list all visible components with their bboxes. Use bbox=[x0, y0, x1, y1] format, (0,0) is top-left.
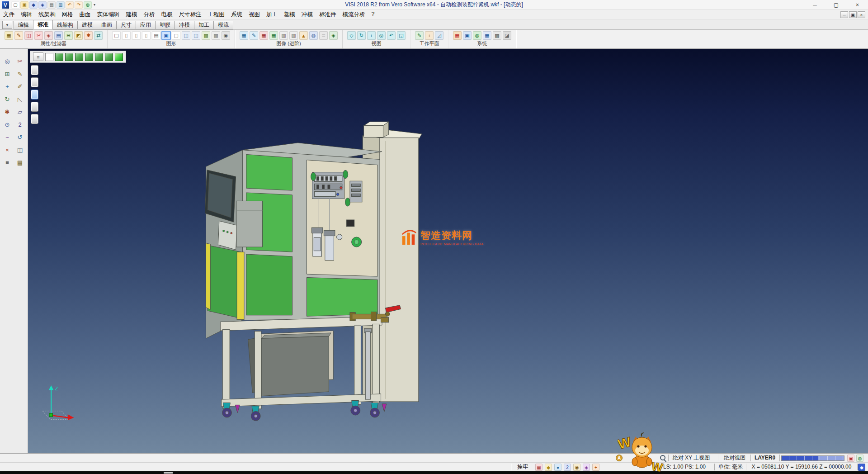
magnet-filter-icon[interactable]: ◈ bbox=[44, 31, 53, 40]
camera-view-icon[interactable]: ◉ bbox=[222, 31, 230, 40]
menu-item[interactable]: 加工 bbox=[263, 11, 281, 19]
close-button[interactable]: × bbox=[847, 0, 868, 9]
film-strip-icon[interactable]: ▥ bbox=[279, 31, 288, 40]
menu-item[interactable]: 标准件 bbox=[316, 11, 340, 19]
pan-view-icon[interactable]: + bbox=[367, 31, 376, 40]
page-view-icon[interactable]: ▯ bbox=[122, 31, 131, 40]
menu-item[interactable]: 工程图 bbox=[205, 11, 228, 19]
menu-item[interactable]: 建模 bbox=[123, 11, 141, 19]
active-layer-label[interactable]: LAYER0 bbox=[751, 454, 778, 463]
quick-access-caret[interactable]: ▾ bbox=[92, 3, 97, 7]
pattern-icon[interactable]: ▩ bbox=[493, 31, 501, 40]
new-doc-icon[interactable]: ▢ bbox=[11, 1, 19, 9]
mirror-icon[interactable]: ◫ bbox=[14, 145, 25, 155]
attribute-edit-icon[interactable]: ✎ bbox=[14, 31, 23, 40]
clipboard-icon[interactable]: ▤ bbox=[14, 157, 25, 168]
layer-color-icon[interactable]: ▣ bbox=[847, 455, 854, 462]
absolute-view-label[interactable]: 绝对视图 bbox=[720, 454, 750, 463]
image-flag-icon[interactable]: ▲ bbox=[299, 31, 308, 40]
mdi-close-button[interactable]: × bbox=[858, 11, 865, 18]
tab-surface[interactable]: 曲面 bbox=[97, 21, 117, 29]
zoom-scale-bar[interactable] bbox=[781, 455, 844, 461]
fit-view-icon[interactable]: ◱ bbox=[397, 31, 406, 40]
plane-stack-3[interactable] bbox=[31, 90, 38, 100]
material-icon[interactable]: ◪ bbox=[503, 31, 511, 40]
snap-grid-icon[interactable]: ▦ bbox=[535, 464, 542, 471]
new-view-icon[interactable]: ▢ bbox=[112, 31, 121, 40]
monitor-icon[interactable]: ▣ bbox=[463, 31, 472, 40]
tab-flow[interactable]: 模流 bbox=[213, 21, 233, 29]
ucs-cube-icon[interactable]: ◈ bbox=[583, 464, 590, 471]
attributes-table-icon[interactable]: ▦ bbox=[5, 31, 13, 40]
point-icon[interactable]: ⊙ bbox=[2, 119, 13, 130]
layer-filter-icon[interactable]: ▤ bbox=[54, 31, 63, 40]
table-grid-icon[interactable]: ▦ bbox=[483, 31, 491, 40]
page-view-3-icon[interactable]: ▯ bbox=[142, 31, 151, 40]
snap-end-icon[interactable]: ◆ bbox=[545, 464, 552, 471]
snap-node-icon[interactable]: ◉ bbox=[573, 464, 580, 471]
panel-menu-icon[interactable]: ≡ bbox=[33, 52, 43, 61]
tab-dimension[interactable]: 尺寸 bbox=[116, 21, 136, 29]
image-layers-icon[interactable]: ≣ bbox=[319, 31, 328, 40]
tab-modeling[interactable]: 建模 bbox=[77, 21, 97, 29]
menu-item[interactable]: 系统 bbox=[228, 11, 245, 19]
film-view-icon[interactable]: ▤ bbox=[152, 31, 160, 40]
plane-stack-5[interactable] bbox=[31, 114, 38, 124]
maximize-button[interactable]: ▢ bbox=[826, 0, 847, 9]
globe-icon[interactable]: ◍ bbox=[473, 31, 481, 40]
move-icon[interactable]: + bbox=[2, 81, 13, 92]
right-cube-icon[interactable] bbox=[95, 53, 103, 61]
mask-filter-icon[interactable]: ◩ bbox=[74, 31, 83, 40]
left-cube-icon[interactable] bbox=[85, 53, 93, 61]
viewport-3d[interactable]: ≡ bbox=[28, 49, 868, 453]
sequence-icon[interactable]: 2 bbox=[14, 119, 25, 130]
purge-filter-icon[interactable]: ✱ bbox=[84, 31, 93, 40]
menu-item[interactable]: 编辑 bbox=[18, 11, 35, 19]
view-world-icon[interactable]: ◍ bbox=[856, 455, 863, 462]
snap-lock-toggle[interactable]: 拴牢 bbox=[513, 463, 533, 472]
menu-item[interactable]: 冲模 bbox=[298, 11, 316, 19]
undo-icon[interactable]: ↶ bbox=[66, 1, 74, 9]
image-settings-icon[interactable]: ◈ bbox=[329, 31, 338, 40]
tab-list-caret[interactable]: ▼ bbox=[2, 21, 12, 29]
iso-view-icon[interactable]: ◇ bbox=[347, 31, 356, 40]
mascot-widget[interactable]: W W bbox=[618, 431, 665, 472]
tab-mold[interactable]: 塑膜 bbox=[155, 21, 175, 29]
save-icon[interactable]: ◆ bbox=[29, 1, 38, 9]
axis-toggle-icon[interactable]: + bbox=[592, 464, 599, 471]
image-capture-icon[interactable]: ▦ bbox=[240, 31, 248, 40]
world-icon[interactable]: ◍ bbox=[84, 1, 92, 9]
swap-filter-icon[interactable]: ⇄ bbox=[94, 31, 103, 40]
annotate-icon[interactable]: ✐ bbox=[14, 81, 25, 92]
zoom-view-icon[interactable]: ◎ bbox=[377, 31, 386, 40]
save-all-icon[interactable]: ◈ bbox=[38, 1, 47, 9]
tab-wireframe[interactable]: 线架构 bbox=[52, 21, 78, 29]
image-green-icon[interactable]: ▦ bbox=[269, 31, 278, 40]
grid-snap-icon[interactable]: ⊞ bbox=[2, 69, 13, 79]
tab-standard[interactable]: 标准 bbox=[33, 20, 53, 29]
menu-item[interactable]: 曲面 bbox=[76, 11, 94, 19]
menu-item[interactable]: 线架构 bbox=[35, 11, 59, 19]
image-edit-icon[interactable]: ✎ bbox=[250, 31, 258, 40]
stacked-views-icon[interactable]: ◫ bbox=[182, 31, 190, 40]
trim-icon[interactable]: ✂ bbox=[14, 56, 25, 66]
plane-stack-4[interactable] bbox=[31, 102, 38, 112]
plane-stack-2[interactable] bbox=[31, 77, 38, 87]
menu-item[interactable]: 电极 bbox=[158, 11, 176, 19]
open-icon[interactable]: ▣ bbox=[20, 1, 28, 9]
workplane-origin-icon[interactable]: + bbox=[425, 31, 434, 40]
mdi-restore-button[interactable]: ▣ bbox=[849, 11, 857, 18]
workplane-align-icon[interactable]: ◿ bbox=[435, 31, 443, 40]
image-target-icon[interactable]: ◍ bbox=[309, 31, 318, 40]
sketch-icon[interactable]: ✎ bbox=[14, 69, 25, 79]
rotate-icon[interactable]: ↻ bbox=[2, 94, 13, 104]
minimize-button[interactable]: ─ bbox=[804, 0, 826, 9]
stacked-views-2-icon[interactable]: ◫ bbox=[192, 31, 200, 40]
menu-item[interactable]: 网格 bbox=[59, 11, 76, 19]
menu-item[interactable]: 视图 bbox=[245, 11, 263, 19]
delete-icon[interactable]: × bbox=[2, 145, 13, 155]
tab-die[interactable]: 冲模 bbox=[175, 21, 194, 29]
filter-copy-icon[interactable]: ◫ bbox=[24, 31, 33, 40]
plot-icon[interactable]: ▥ bbox=[57, 1, 65, 9]
tab-edit[interactable]: 编辑 bbox=[14, 21, 33, 29]
